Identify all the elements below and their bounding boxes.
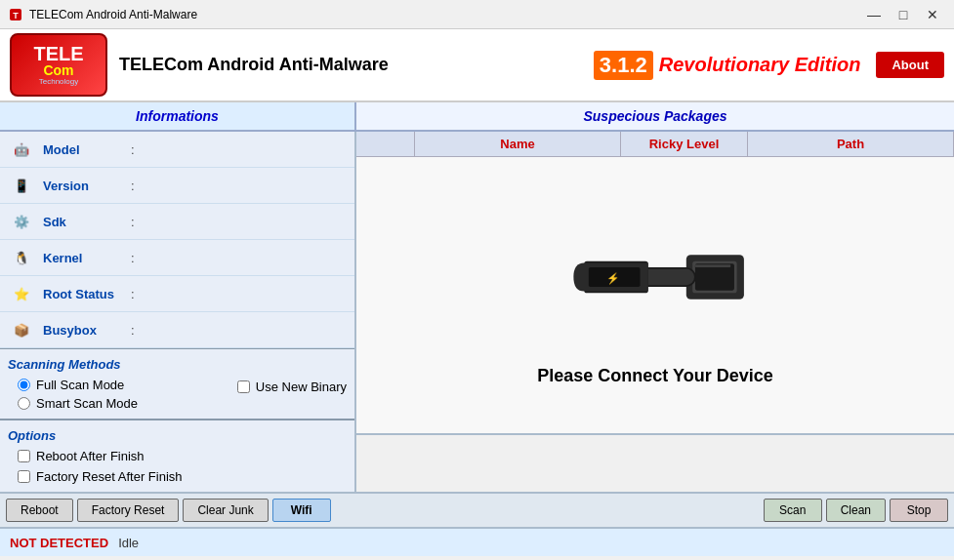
main-content: 🤖 Model : 📱 Version : ⚙️ Sdk : 🐧 Kernel xyxy=(0,132,954,492)
version-label: Version xyxy=(43,179,131,193)
new-binary-checkbox[interactable] xyxy=(237,380,250,393)
version-icon: 📱 xyxy=(8,172,35,199)
reboot-checkbox[interactable] xyxy=(18,450,30,462)
factory-reset-row: Factory Reset After Finish xyxy=(18,469,347,484)
smart-scan-label[interactable]: Smart Scan Mode xyxy=(36,396,138,411)
info-row-kernel: 🐧 Kernel : xyxy=(0,240,354,276)
new-binary-row: Use New Binary xyxy=(237,380,347,394)
model-label: Model xyxy=(43,142,131,157)
title-bar-text: TELECom Android Anti-Malware xyxy=(29,8,860,21)
info-row-root: ⭐ Root Status : xyxy=(0,276,354,312)
app-title: TELECom Android Anti-Malware xyxy=(119,55,588,75)
tab-informations[interactable]: Informations xyxy=(0,102,356,130)
title-bar: T TELECom Android Anti-Malware — □ ✕ xyxy=(0,0,954,29)
device-placeholder: ⚡ Please Connect Your Device xyxy=(537,204,772,386)
reboot-row: Reboot After Finish xyxy=(18,449,347,463)
subtitle: Revolutionary Edition xyxy=(659,54,861,76)
reboot-button[interactable]: Reboot xyxy=(6,499,73,522)
logo-com: Com xyxy=(43,63,73,77)
bottom-buttons: Reboot Factory Reset Clear Junk Wifi Sca… xyxy=(0,492,954,527)
clear-junk-button[interactable]: Clear Junk xyxy=(183,499,268,522)
busybox-label: Busybox xyxy=(43,323,131,338)
minimize-button[interactable]: — xyxy=(860,1,888,28)
smart-scan-radio[interactable] xyxy=(18,397,30,410)
clean-button[interactable]: Clean xyxy=(826,499,886,522)
new-binary-label[interactable]: Use New Binary xyxy=(256,380,347,394)
tab-suspicious[interactable]: Suspecious Packages xyxy=(356,102,954,130)
full-scan-row: Full Scan Mode xyxy=(18,378,138,392)
sdk-icon: ⚙️ xyxy=(8,208,35,235)
kernel-label: Kernel xyxy=(43,251,131,265)
svg-text:⚡: ⚡ xyxy=(606,271,620,285)
svg-text:T: T xyxy=(13,11,19,20)
reboot-label[interactable]: Reboot After Finish xyxy=(36,449,145,463)
maximize-button[interactable]: □ xyxy=(890,1,917,28)
options-checks: Reboot After Finish Factory Reset After … xyxy=(8,449,347,484)
right-panel: Name Ricky Level Path xyxy=(356,132,954,492)
busybox-icon: 📦 xyxy=(8,316,35,343)
tab-bar: Informations Suspecious Packages xyxy=(0,102,954,132)
options-section: Options Reboot After Finish Factory Rese… xyxy=(0,420,354,492)
app-icon: T xyxy=(8,7,23,22)
logo-tele: TELE xyxy=(33,44,83,63)
smart-scan-row: Smart Scan Mode xyxy=(18,396,138,411)
full-scan-radio[interactable] xyxy=(18,379,30,391)
logo: TELE Com Technology xyxy=(10,33,107,97)
model-icon: 🤖 xyxy=(8,136,35,163)
connect-message: Please Connect Your Device xyxy=(537,366,772,386)
table-body: ⚡ Please Connect Your Device xyxy=(356,157,954,433)
app-header: TELE Com Technology TELECom Android Anti… xyxy=(0,29,954,102)
scan-radio-group: Full Scan Mode Smart Scan Mode xyxy=(8,378,138,411)
factory-reset-checkbox[interactable] xyxy=(18,470,30,483)
scanning-section: Scanning Methods Full Scan Mode Smart Sc… xyxy=(0,349,354,420)
version-badge: 3.1.2 xyxy=(594,51,653,80)
close-button[interactable]: ✕ xyxy=(919,1,946,28)
kernel-icon: 🐧 xyxy=(8,244,35,271)
factory-reset-label[interactable]: Factory Reset After Finish xyxy=(36,469,183,484)
wifi-button[interactable]: Wifi xyxy=(272,499,331,522)
scanning-title: Scanning Methods xyxy=(8,357,347,372)
status-bar: NOT DETECTED Idle xyxy=(0,527,954,556)
status-idle: Idle xyxy=(118,536,139,550)
sdk-label: Sdk xyxy=(43,215,131,229)
table-header: Name Ricky Level Path xyxy=(356,132,954,157)
info-row-busybox: 📦 Busybox : xyxy=(0,312,354,348)
root-label: Root Status xyxy=(43,287,131,301)
about-button[interactable]: About xyxy=(876,52,944,78)
info-section: 🤖 Model : 📱 Version : ⚙️ Sdk : 🐧 Kernel xyxy=(0,132,354,348)
stop-button[interactable]: Stop xyxy=(890,499,948,522)
options-title: Options xyxy=(8,428,347,443)
svg-rect-4 xyxy=(695,263,734,290)
status-not-detected: NOT DETECTED xyxy=(10,536,108,550)
left-panel: 🤖 Model : 📱 Version : ⚙️ Sdk : 🐧 Kernel xyxy=(0,132,356,492)
svg-rect-8 xyxy=(695,264,730,267)
th-name: Name xyxy=(415,132,621,156)
usb-cable-icon: ⚡ xyxy=(558,204,753,350)
root-icon: ⭐ xyxy=(8,280,35,307)
window-controls: — □ ✕ xyxy=(860,1,946,28)
th-col0 xyxy=(356,132,415,156)
scan-options-row: Full Scan Mode Smart Scan Mode Use New B… xyxy=(8,378,347,411)
th-path: Path xyxy=(748,132,954,156)
scan-button[interactable]: Scan xyxy=(764,499,822,522)
info-row-model: 🤖 Model : xyxy=(0,132,354,168)
log-area xyxy=(356,433,954,492)
logo-tech: Technology xyxy=(39,77,78,87)
th-ricky: Ricky Level xyxy=(621,132,748,156)
info-row-sdk: ⚙️ Sdk : xyxy=(0,204,354,240)
factory-reset-button[interactable]: Factory Reset xyxy=(77,499,180,522)
full-scan-label[interactable]: Full Scan Mode xyxy=(36,378,124,392)
info-row-version: 📱 Version : xyxy=(0,168,354,204)
